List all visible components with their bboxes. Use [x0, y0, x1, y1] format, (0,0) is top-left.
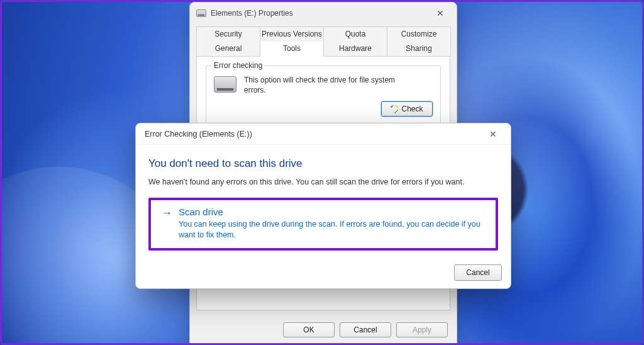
error-checking-dialog: Error Checking (Elements (E:)) ✕ You don…	[135, 123, 511, 289]
check-button[interactable]: Check	[381, 101, 433, 116]
scan-drive-option[interactable]: → Scan drive You can keep using the driv…	[148, 198, 498, 251]
properties-footer: OK Cancel Apply	[190, 316, 457, 345]
properties-title: Elements (E:) Properties	[211, 9, 426, 18]
ok-button[interactable]: OK	[283, 322, 335, 337]
error-checking-description: This option will check the drive for fil…	[244, 75, 401, 95]
tab-hardware[interactable]: Hardware	[323, 42, 387, 57]
check-button-label: Check	[401, 105, 423, 113]
error-checking-group: Error checking This option will check th…	[206, 65, 441, 125]
scan-drive-description: You can keep using the drive during the …	[179, 219, 486, 240]
tab-security[interactable]: Security	[196, 26, 260, 42]
close-icon: ✕	[436, 8, 444, 18]
arrow-right-icon: →	[161, 207, 172, 240]
error-checking-close-button[interactable]: ✕	[479, 125, 507, 144]
tab-quota[interactable]: Quota	[323, 26, 387, 42]
tab-tools[interactable]: Tools	[260, 42, 324, 57]
scan-drive-text: Scan drive You can keep using the drive …	[179, 206, 486, 240]
properties-titlebar[interactable]: Elements (E:) Properties ✕	[190, 3, 457, 24]
cancel-button[interactable]: Cancel	[340, 322, 391, 337]
tab-customize[interactable]: Customize	[387, 26, 451, 42]
error-checking-heading: You don't need to scan this drive	[148, 157, 498, 170]
error-checking-legend: Error checking	[211, 61, 265, 70]
close-icon: ✕	[489, 129, 497, 139]
hard-drive-icon	[214, 76, 236, 93]
apply-button[interactable]: Apply	[396, 322, 448, 337]
error-checking-footer: Cancel	[454, 264, 502, 281]
properties-close-button[interactable]: ✕	[426, 4, 454, 23]
scan-drive-title: Scan drive	[179, 206, 486, 217]
error-checking-subtext: We haven't found any errors on this driv…	[148, 178, 498, 186]
uac-shield-icon	[391, 105, 398, 113]
tab-sharing[interactable]: Sharing	[387, 42, 451, 57]
drive-icon	[196, 9, 206, 17]
tab-general[interactable]: General	[196, 42, 260, 57]
error-checking-cancel-button[interactable]: Cancel	[454, 264, 502, 281]
error-checking-dialog-title: Error Checking (Elements (E:))	[145, 130, 479, 139]
tab-previous-versions[interactable]: Previous Versions	[260, 26, 324, 42]
error-checking-titlebar[interactable]: Error Checking (Elements (E:)) ✕	[136, 123, 511, 145]
error-checking-body: You don't need to scan this drive We hav…	[136, 145, 511, 253]
